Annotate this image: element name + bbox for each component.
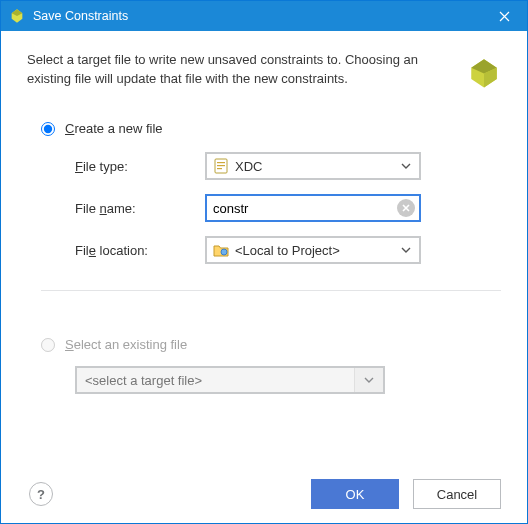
chevron-down-icon[interactable] [393,154,419,178]
product-logo-icon [467,55,501,89]
close-button[interactable] [481,1,527,31]
titlebar: Save Constraints [1,1,527,31]
radio-existing[interactable] [41,338,55,352]
existing-file-select[interactable]: <select a target file> [75,366,385,394]
clear-icon[interactable] [397,199,415,217]
option-create-new-file[interactable]: Create a new file [41,121,501,136]
option-existing-label: Select an existing file [65,337,187,352]
option-select-existing-file[interactable]: Select an existing file [41,337,501,352]
description-text: Select a target file to write new unsave… [27,51,453,89]
file-type-value: XDC [235,159,393,174]
file-location-value: <Local to Project> [235,243,393,258]
file-type-icon [213,158,229,174]
chevron-down-icon[interactable] [393,238,419,262]
dialog-window: Save Constraints Select a target file to… [0,0,528,524]
file-type-select[interactable]: XDC [205,152,421,180]
chevron-down-icon[interactable] [354,368,383,392]
file-name-input[interactable] [213,201,397,216]
svg-rect-2 [217,165,225,166]
app-icon [9,8,25,24]
ok-button[interactable]: OK [311,479,399,509]
radio-create-new[interactable] [41,122,55,136]
separator [41,290,501,291]
window-title: Save Constraints [33,9,481,23]
dialog-footer: ? OK Cancel [27,469,501,509]
svg-rect-1 [217,162,225,163]
option-create-label: Create a new file [65,121,163,136]
file-name-input-wrapper [205,194,421,222]
svg-rect-3 [217,168,222,169]
file-type-label: File type: [75,159,205,174]
new-file-form: File type: XDC File name: [75,152,501,278]
folder-icon [213,242,229,258]
svg-point-4 [221,249,227,255]
existing-file-placeholder: <select a target file> [85,373,354,388]
dialog-content: Select a target file to write new unsave… [1,31,527,523]
file-name-label: File name: [75,201,205,216]
cancel-button[interactable]: Cancel [413,479,501,509]
file-location-label: File location: [75,243,205,258]
help-button[interactable]: ? [29,482,53,506]
file-location-select[interactable]: <Local to Project> [205,236,421,264]
